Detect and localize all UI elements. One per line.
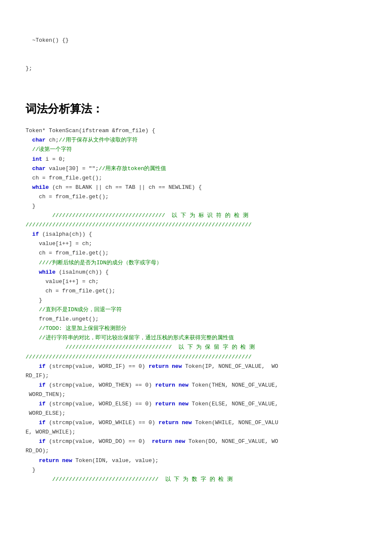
code-container: Token* TokenScan(ifstream &from_file) { … — [26, 126, 366, 484]
destructor-block: ~Token() {} }; — [26, 17, 366, 83]
destructor-line2: }; — [26, 64, 366, 73]
destructor-line1: ~Token() {} — [26, 36, 366, 45]
code-block: Token* TokenScan(ifstream &from_file) { … — [26, 126, 366, 484]
section-title: 词法分析算法： — [26, 100, 366, 118]
